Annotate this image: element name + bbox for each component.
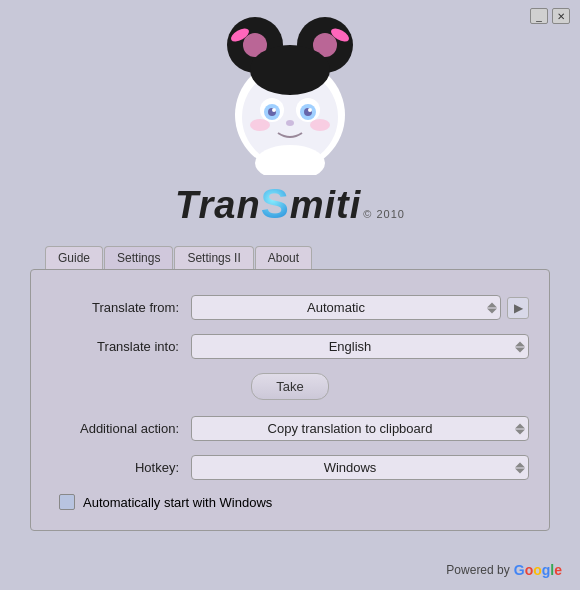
svg-point-18 [286,120,294,126]
svg-point-11 [272,108,276,112]
powered-by-row: Powered by Google [446,562,562,578]
svg-point-15 [308,108,312,112]
logo-area: Tran S miti © 2010 [0,0,580,228]
additional-action-select[interactable]: Copy translation to clipboard [191,416,529,441]
translate-into-select[interactable]: English [191,334,529,359]
translate-from-label: Translate from: [51,300,191,315]
google-o1: o [525,562,534,578]
svg-point-17 [310,119,330,131]
google-brand: Google [514,562,562,578]
powered-by-text: Powered by [446,563,509,577]
minimize-button[interactable]: _ [530,8,548,24]
translate-from-select[interactable]: Automatic [191,295,501,320]
google-g: G [514,562,525,578]
translate-from-select-wrap: Automatic [191,295,501,320]
google-e: e [554,562,562,578]
take-button-row: Take [51,373,529,400]
additional-action-row: Additional action: Copy translation to c… [51,416,529,441]
translate-into-row: Translate into: English [51,334,529,359]
svg-point-16 [250,119,270,131]
settings-panel: Translate from: Automatic ▶ Translate in… [30,269,550,531]
hotkey-select[interactable]: Windows [191,455,529,480]
svg-point-6 [250,45,330,95]
autostart-row: Automatically start with Windows [51,494,529,510]
autostart-label: Automatically start with Windows [83,495,272,510]
tab-settings[interactable]: Settings [104,246,173,269]
additional-action-label: Additional action: [51,421,191,436]
tab-about[interactable]: About [255,246,312,269]
close-button[interactable]: ✕ [552,8,570,24]
title-bar: _ ✕ [530,8,570,24]
title-s: S [261,180,290,228]
tab-bar: Guide Settings Settings II About [45,246,580,269]
google-o2: o [533,562,542,578]
hotkey-label: Hotkey: [51,460,191,475]
autostart-checkbox[interactable] [59,494,75,510]
tab-settings2[interactable]: Settings II [174,246,253,269]
hotkey-row: Hotkey: Windows [51,455,529,480]
hotkey-select-wrap: Windows [191,455,529,480]
translate-into-label: Translate into: [51,339,191,354]
tab-guide[interactable]: Guide [45,246,103,269]
title-copyright: © 2010 [363,208,405,220]
swap-languages-button[interactable]: ▶ [507,297,529,319]
title-tran: Tran [175,184,261,227]
mascot-image [200,15,380,175]
take-button[interactable]: Take [251,373,328,400]
app-title: Tran S miti © 2010 [175,180,405,228]
app-window: _ ✕ [0,0,580,590]
title-miti: miti [290,184,362,227]
translate-into-select-wrap: English [191,334,529,359]
additional-action-select-wrap: Copy translation to clipboard [191,416,529,441]
translate-from-row: Translate from: Automatic ▶ [51,295,529,320]
